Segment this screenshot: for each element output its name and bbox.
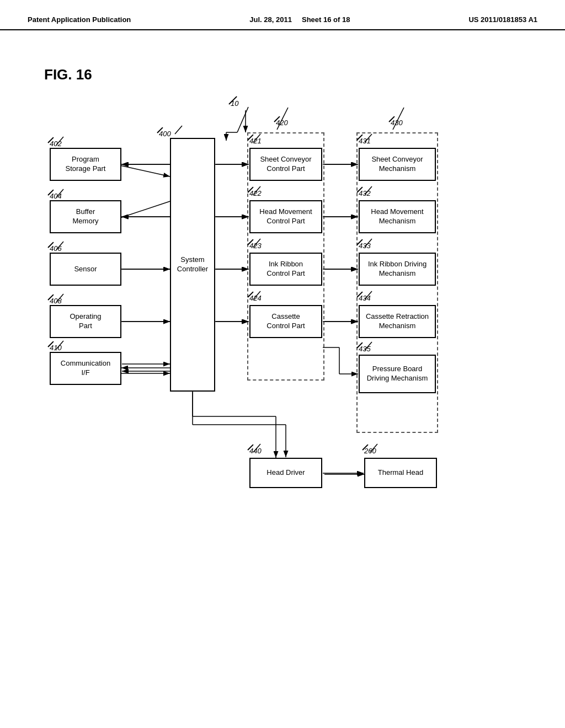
ref-435: 435 [359, 345, 371, 353]
ref-433: 433 [359, 242, 371, 250]
box-260: Thermal Head [364, 458, 437, 488]
svg-line-56 [175, 126, 182, 134]
box-408: OperatingPart [50, 305, 121, 338]
ref-432: 432 [359, 189, 371, 197]
box-421: Sheet ConveyorControl Part [249, 148, 322, 181]
header-sheet: Sheet 16 of 18 [302, 15, 350, 24]
box-410: CommunicationI/F [50, 352, 121, 385]
header-center: Jul. 28, 2011 Sheet 16 of 18 [249, 15, 350, 24]
ref-400: 400 [159, 130, 171, 138]
svg-line-1 [120, 165, 170, 176]
ref-421: 421 [249, 137, 262, 145]
box-434: Cassette RetractionMechanism [359, 305, 436, 338]
header-left: Patent Application Publication [28, 15, 131, 24]
ref-440: 440 [249, 447, 262, 455]
system-controller-box: SystemController [170, 138, 215, 392]
diagram: 10 SystemController 400 ProgramStorage P… [33, 99, 530, 651]
box-423: Ink RibbonControl Part [249, 253, 322, 286]
ref-422: 422 [249, 189, 262, 197]
ref-424: 424 [249, 294, 262, 302]
ref-430: 430 [391, 119, 403, 127]
box-432: Head MovementMechanism [359, 200, 436, 233]
box-433: Ink Ribbon DrivingMechanism [359, 253, 436, 286]
svg-line-2 [120, 201, 170, 218]
ref-260: 260 [364, 447, 376, 455]
ref-434: 434 [359, 294, 371, 302]
ref-423: 423 [249, 242, 262, 250]
ref-410: 410 [50, 344, 62, 352]
header-right: US 2011/0181853 A1 [468, 15, 537, 24]
box-431: Sheet ConveyorMechanism [359, 148, 436, 181]
box-440: Head Driver [249, 458, 322, 488]
page-header: Patent Application Publication Jul. 28, … [0, 0, 565, 30]
figure-label: FIG. 16 [44, 66, 92, 83]
ref-431: 431 [359, 137, 371, 145]
ref-406: 406 [50, 244, 62, 253]
box-422: Head MovementControl Part [249, 200, 322, 233]
ref-420: 420 [276, 119, 288, 127]
box-406: Sensor [50, 253, 121, 286]
box-404: BufferMemory [50, 200, 121, 233]
box-402: ProgramStorage Part [50, 148, 121, 181]
box-435: Pressure BoardDriving Mechanism [359, 355, 436, 393]
ref-408: 408 [50, 297, 62, 305]
ref-404: 404 [50, 192, 62, 200]
svg-line-25 [237, 107, 248, 132]
ref-402: 402 [50, 140, 62, 148]
header-date: Jul. 28, 2011 [249, 15, 292, 24]
box-424: CassetteControl Part [249, 305, 322, 338]
